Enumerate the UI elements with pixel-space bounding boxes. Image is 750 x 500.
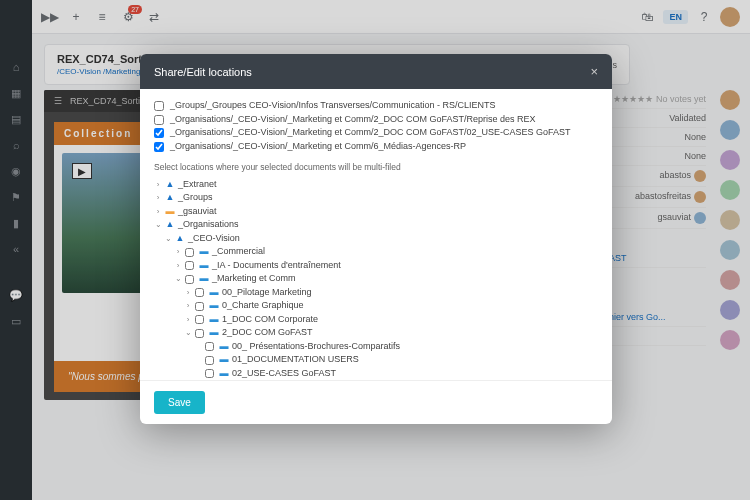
tree-label: _Organisations bbox=[178, 218, 239, 232]
location-row: _Organisations/_CEO-Vision/_Marketing et… bbox=[154, 126, 598, 140]
tree-label: _Commercial bbox=[212, 245, 265, 259]
location-row: _Organisations/_CEO-Vision/_Marketing et… bbox=[154, 113, 598, 127]
location-path: _Organisations/_CEO-Vision/_Marketing et… bbox=[170, 114, 535, 126]
tree-checkbox[interactable] bbox=[195, 302, 204, 311]
tree-checkbox[interactable] bbox=[185, 275, 194, 284]
tree-label: 00_Pilotage Marketing bbox=[222, 286, 312, 300]
tree-node[interactable]: ›▲_Groups bbox=[154, 191, 598, 205]
tree-label: _IA - Documents d'entraînement bbox=[212, 259, 341, 273]
tree-label: 2_DOC COM GoFAST bbox=[222, 326, 313, 340]
location-tree: ›▲_Extranet›▲_Groups›▬_gsauviat⌄▲_Organi… bbox=[154, 178, 598, 380]
tree-node[interactable]: ▬01_DOCUMENTATION USERS bbox=[154, 353, 598, 367]
caret-icon[interactable]: ⌄ bbox=[174, 273, 182, 285]
org-icon: ▲ bbox=[165, 193, 175, 203]
tree-label: _Extranet bbox=[178, 178, 217, 192]
caret-icon[interactable]: ⌄ bbox=[184, 327, 192, 339]
save-button[interactable]: Save bbox=[154, 391, 205, 414]
tree-node[interactable]: ⌄▬2_DOC COM GoFAST bbox=[154, 326, 598, 340]
location-row: _Groups/_Groupes CEO-Vision/Infos Transv… bbox=[154, 99, 598, 113]
tree-label: 0_Charte Graphique bbox=[222, 299, 304, 313]
location-row: _Organisations/_CEO-Vision/_Marketing et… bbox=[154, 140, 598, 154]
tree-label: _Groups bbox=[178, 191, 213, 205]
tree-node[interactable]: ›▬_Commercial bbox=[154, 245, 598, 259]
folder-icon: ▬ bbox=[199, 247, 209, 257]
tree-checkbox[interactable] bbox=[205, 342, 214, 351]
tree-node[interactable]: ⌄▲_Organisations bbox=[154, 218, 598, 232]
caret-icon[interactable]: › bbox=[174, 260, 182, 272]
location-path: _Groups/_Groupes CEO-Vision/Infos Transv… bbox=[170, 100, 495, 112]
org-icon: ▲ bbox=[165, 220, 175, 230]
hint-text: Select locations where your selected doc… bbox=[154, 162, 598, 172]
modal-title: Share/Edit locations bbox=[154, 66, 252, 78]
tree-label: _CEO-Vision bbox=[188, 232, 240, 246]
close-icon[interactable]: × bbox=[590, 64, 598, 79]
tree-checkbox[interactable] bbox=[195, 315, 204, 324]
caret-icon[interactable]: › bbox=[184, 314, 192, 326]
location-checkbox[interactable] bbox=[154, 142, 164, 152]
caret-icon[interactable]: › bbox=[184, 287, 192, 299]
folder-icon: ▬ bbox=[165, 207, 175, 217]
tree-checkbox[interactable] bbox=[185, 248, 194, 257]
folder-icon: ▬ bbox=[199, 274, 209, 284]
tree-node[interactable]: ›▬00_Pilotage Marketing bbox=[154, 286, 598, 300]
caret-icon[interactable]: ⌄ bbox=[164, 233, 172, 245]
caret-icon[interactable]: ⌄ bbox=[154, 219, 162, 231]
tree-node[interactable]: ›▬1_DOC COM Corporate bbox=[154, 313, 598, 327]
tree-label: 00_ Présentations-Brochures-Comparatifs bbox=[232, 340, 400, 354]
org-icon: ▲ bbox=[165, 180, 175, 190]
location-checkbox[interactable] bbox=[154, 101, 164, 111]
tree-label: _gsauviat bbox=[178, 205, 217, 219]
tree-label: 1_DOC COM Corporate bbox=[222, 313, 318, 327]
caret-icon[interactable]: › bbox=[154, 179, 162, 191]
share-locations-modal: Share/Edit locations × _Groups/_Groupes … bbox=[140, 54, 612, 424]
folder-icon: ▬ bbox=[219, 355, 229, 365]
tree-checkbox[interactable] bbox=[195, 288, 204, 297]
folder-icon: ▬ bbox=[209, 328, 219, 338]
location-checkbox[interactable] bbox=[154, 128, 164, 138]
folder-icon: ▬ bbox=[209, 288, 219, 298]
tree-checkbox[interactable] bbox=[205, 356, 214, 365]
location-path: _Organisations/_CEO-Vision/_Marketing et… bbox=[170, 141, 466, 153]
tree-checkbox[interactable] bbox=[185, 261, 194, 270]
tree-label: 02_USE-CASES GoFAST bbox=[232, 367, 336, 380]
current-locations-list: _Groups/_Groupes CEO-Vision/Infos Transv… bbox=[154, 99, 598, 154]
caret-icon[interactable]: › bbox=[184, 300, 192, 312]
folder-icon: ▬ bbox=[199, 261, 209, 271]
folder-icon: ▬ bbox=[209, 301, 219, 311]
tree-node[interactable]: ›▬_gsauviat bbox=[154, 205, 598, 219]
tree-node[interactable]: ›▬_IA - Documents d'entraînement bbox=[154, 259, 598, 273]
tree-node[interactable]: ▬02_USE-CASES GoFAST bbox=[154, 367, 598, 380]
folder-icon: ▬ bbox=[219, 342, 229, 352]
tree-node[interactable]: ▬00_ Présentations-Brochures-Comparatifs bbox=[154, 340, 598, 354]
tree-node[interactable]: ⌄▬_Marketing et Comm bbox=[154, 272, 598, 286]
modal-footer: Save bbox=[140, 380, 612, 424]
folder-icon: ▬ bbox=[219, 369, 229, 379]
tree-checkbox[interactable] bbox=[205, 369, 214, 378]
caret-icon[interactable]: › bbox=[154, 206, 162, 218]
modal-header: Share/Edit locations × bbox=[140, 54, 612, 89]
tree-label: 01_DOCUMENTATION USERS bbox=[232, 353, 359, 367]
location-path: _Organisations/_CEO-Vision/_Marketing et… bbox=[170, 127, 570, 139]
tree-node[interactable]: ⌄▲_CEO-Vision bbox=[154, 232, 598, 246]
tree-label: _Marketing et Comm bbox=[212, 272, 296, 286]
tree-checkbox[interactable] bbox=[195, 329, 204, 338]
caret-icon[interactable]: › bbox=[174, 246, 182, 258]
folder-icon: ▬ bbox=[209, 315, 219, 325]
tree-node[interactable]: ›▲_Extranet bbox=[154, 178, 598, 192]
tree-node[interactable]: ›▬0_Charte Graphique bbox=[154, 299, 598, 313]
org-icon: ▲ bbox=[175, 234, 185, 244]
location-checkbox[interactable] bbox=[154, 115, 164, 125]
caret-icon[interactable]: › bbox=[154, 192, 162, 204]
